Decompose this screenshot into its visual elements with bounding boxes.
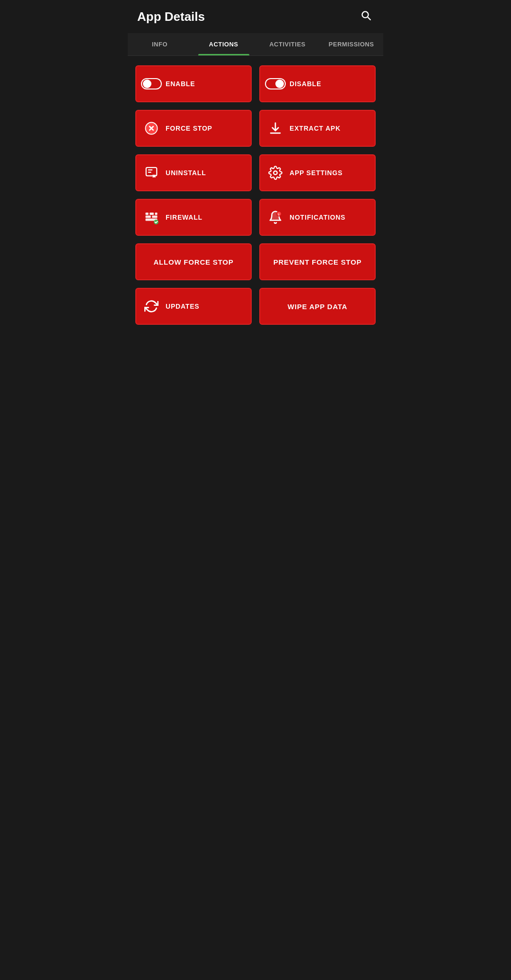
svg-rect-5 [152,215,157,218]
svg-rect-7 [150,213,154,215]
svg-point-2 [273,171,277,175]
svg-rect-8 [155,213,158,215]
app-settings-button[interactable]: APP SETTINGS [259,154,376,191]
wipe-app-data-button[interactable]: WIPE APP DATA [259,288,376,325]
prevent-force-stop-button[interactable]: PREVENT FORCE STOP [259,243,376,280]
svg-rect-4 [146,215,151,218]
uninstall-icon [144,166,159,180]
allow-force-stop-button[interactable]: ALLOW FORCE STOP [135,243,252,280]
svg-rect-1 [146,168,157,176]
extract-apk-button[interactable]: EXTRACT APK [259,110,376,147]
x-circle-icon [144,121,159,135]
notifications-button[interactable]: 1 NOTIFICATIONS [259,199,376,236]
tabs-bar: INFO ACTIONS ACTIVITIES PERMISSIONS [128,33,383,56]
svg-text:1: 1 [278,213,280,216]
download-icon [268,121,283,135]
tab-permissions[interactable]: PERMISSIONS [319,33,383,55]
tab-actions[interactable]: ACTIONS [192,33,256,55]
bell-icon: 1 [268,210,283,224]
updates-button[interactable]: UPDATES [135,288,252,325]
page-title: App Details [137,9,205,24]
firewall-icon [144,210,159,224]
force-stop-button[interactable]: FORCE STOP [135,110,252,147]
uninstall-button[interactable]: UNINSTALL [135,154,252,191]
firewall-button[interactable]: FIREWALL [135,199,252,236]
actions-grid: ENABLE DISABLE FORCE STOP [135,65,376,325]
disable-button[interactable]: DISABLE [259,65,376,102]
tab-activities[interactable]: ACTIVITIES [256,33,319,55]
refresh-icon [144,299,159,313]
actions-content: ENABLE DISABLE FORCE STOP [128,56,383,334]
enable-button[interactable]: ENABLE [135,65,252,102]
toggle-off-right-icon [268,78,283,89]
search-icon [360,9,372,21]
gear-icon [268,166,283,180]
header: App Details [128,0,383,33]
toggle-off-icon [144,78,159,89]
svg-rect-6 [146,213,149,215]
search-button[interactable] [358,7,374,26]
tab-info[interactable]: INFO [128,33,192,55]
